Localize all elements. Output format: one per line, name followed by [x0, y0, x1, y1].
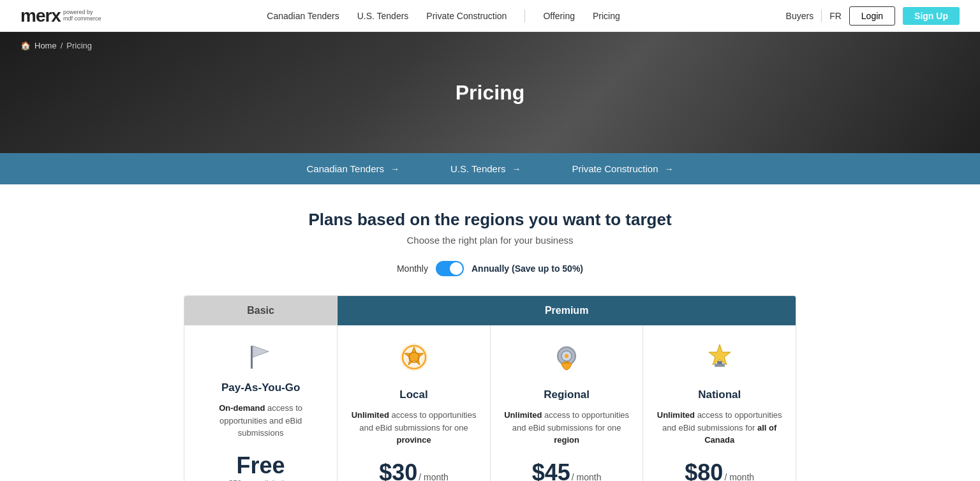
- navbar: merx powered bymdf commerce Canadian Ten…: [0, 0, 980, 32]
- home-icon: 🏠: [20, 41, 31, 50]
- tabs-bar: Canadian Tenders → U.S. Tenders → Privat…: [0, 153, 980, 184]
- regional-icon: [550, 341, 583, 381]
- local-unit: / month: [419, 472, 449, 482]
- tab-canadian-arrow: →: [390, 164, 399, 174]
- nav-right: Buyers FR Login Sign Up: [786, 6, 960, 26]
- section-subtitle: Choose the right plan for your business: [184, 235, 796, 246]
- premium-body: Local Unlimited access to opportunities …: [338, 325, 796, 481]
- regional-desc-emphasis: region: [554, 435, 579, 445]
- basic-per-sol: $70 per solicitation: [229, 479, 293, 482]
- breadcrumb: 🏠 Home / Pricing: [20, 41, 92, 50]
- nav-links: Canadian Tenders U.S. Tenders Private Co…: [267, 10, 620, 22]
- hero-title: Pricing: [456, 81, 524, 105]
- premium-header: Premium: [338, 296, 796, 325]
- nav-canadian-tenders[interactable]: Canadian Tenders: [267, 11, 339, 21]
- regional-price: $45: [532, 459, 570, 482]
- regional-unit: / month: [572, 472, 602, 482]
- basic-plan-name: Pay-As-You-Go: [221, 381, 300, 394]
- logo-sub: powered bymdf commerce: [63, 10, 101, 22]
- local-price: $30: [379, 459, 417, 482]
- billing-toggle[interactable]: [436, 261, 464, 276]
- basic-body: Pay-As-You-Go On-demand access to opport…: [184, 325, 337, 481]
- svg-marker-1: [253, 346, 269, 357]
- flag-icon: [244, 341, 278, 374]
- hero-content: Pricing: [456, 81, 524, 105]
- local-desc-bold: Unlimited: [352, 410, 389, 420]
- national-unit: / month: [724, 472, 754, 482]
- basic-desc-bold: On-demand: [219, 403, 265, 413]
- toggle-annually-label: Annually (Save up to 50%): [471, 263, 583, 274]
- local-desc: Unlimited access to opportunities and eB…: [348, 409, 480, 447]
- nav-pricing[interactable]: Pricing: [593, 11, 620, 21]
- plan-local: Local Unlimited access to opportunities …: [338, 325, 490, 481]
- toggle-knob: [450, 262, 463, 275]
- login-button[interactable]: Login: [849, 6, 895, 26]
- svg-point-8: [565, 354, 568, 358]
- breadcrumb-current: Pricing: [66, 41, 92, 50]
- national-price: $80: [685, 459, 723, 482]
- logo: merx powered bymdf commerce: [20, 6, 101, 26]
- national-name: National: [698, 389, 741, 401]
- tab-private-arrow: →: [664, 164, 673, 174]
- nav-divider: [524, 10, 525, 22]
- tab-private-construction[interactable]: Private Construction →: [572, 163, 673, 174]
- national-desc-bold: Unlimited: [657, 410, 695, 420]
- tab-us-label: U.S. Tenders: [450, 163, 505, 174]
- breadcrumb-separator: /: [61, 41, 63, 50]
- nav-divider-2: [821, 10, 822, 22]
- local-icon: [397, 341, 431, 381]
- regional-desc-bold: Unlimited: [504, 410, 542, 420]
- tab-canadian-label: Canadian Tenders: [307, 163, 384, 174]
- plans-row: Basic Pay-As-You-Go On-demand access to …: [184, 295, 796, 481]
- tab-us-tenders[interactable]: U.S. Tenders →: [450, 163, 521, 174]
- main-content: Plans based on the regions you want to t…: [171, 184, 809, 481]
- plan-regional: Regional Unlimited access to opportuniti…: [490, 325, 643, 481]
- nav-us-tenders[interactable]: U.S. Tenders: [357, 11, 409, 21]
- basic-price: Free: [237, 452, 285, 479]
- tab-us-arrow: →: [512, 164, 521, 174]
- nav-buyers[interactable]: Buyers: [786, 11, 814, 21]
- svg-rect-10: [717, 361, 722, 364]
- section-title: Plans based on the regions you want to t…: [184, 210, 796, 230]
- signup-button[interactable]: Sign Up: [903, 7, 960, 25]
- tab-canadian-tenders[interactable]: Canadian Tenders →: [307, 163, 399, 174]
- basic-header: Basic: [184, 296, 337, 325]
- local-desc-emphasis: province: [396, 435, 431, 445]
- basic-plan-desc: On-demand access to opportunities and eB…: [197, 402, 324, 440]
- toggle-monthly-label: Monthly: [397, 263, 428, 274]
- nav-lang[interactable]: FR: [829, 11, 842, 21]
- plan-premium: Premium Local Unlimited access to: [338, 295, 796, 481]
- national-icon: [703, 341, 736, 381]
- logo-text: merx: [20, 6, 61, 26]
- national-desc: Unlimited access to opportunities and eB…: [653, 409, 785, 447]
- plan-basic: Basic Pay-As-You-Go On-demand access to …: [184, 295, 338, 481]
- billing-toggle-row: Monthly Annually (Save up to 50%): [184, 261, 796, 276]
- regional-desc: Unlimited access to opportunities and eB…: [501, 409, 633, 447]
- local-name: Local: [399, 389, 427, 401]
- hero-section: 🏠 Home / Pricing Pricing: [0, 32, 980, 153]
- nav-offering[interactable]: Offering: [543, 11, 575, 21]
- tab-private-label: Private Construction: [572, 163, 658, 174]
- nav-private-construction[interactable]: Private Construction: [426, 11, 507, 21]
- plan-national: National Unlimited access to opportuniti…: [642, 325, 796, 481]
- breadcrumb-home[interactable]: Home: [34, 41, 57, 50]
- regional-name: Regional: [544, 389, 590, 401]
